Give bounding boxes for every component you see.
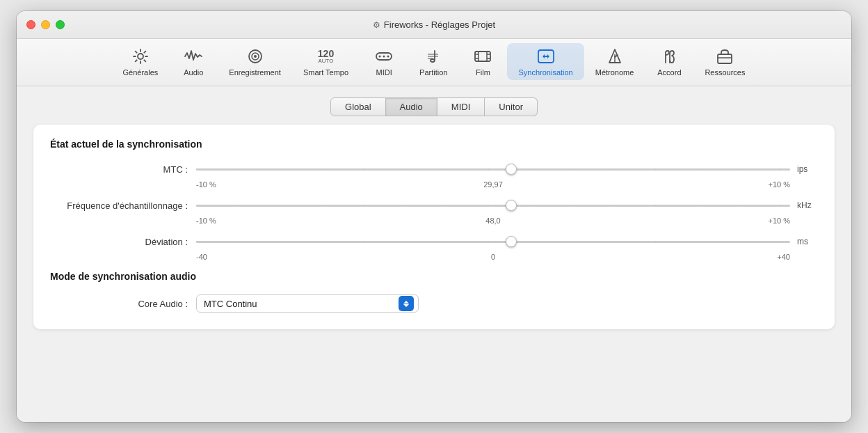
midi-icon [375,47,393,66]
content-area: Global Audio MIDI Unitor État actuel de … [17,86,851,422]
subtab-global[interactable]: Global [330,97,386,116]
svg-point-6 [383,56,385,58]
freq-val-right: +10 % [734,216,790,225]
freq-slider-thumb[interactable] [506,200,517,211]
deviation-label: Déviation : [50,237,196,247]
freq-unit: kHz [797,200,818,210]
accord-label: Accord [657,68,681,77]
metronome-label: Métronome [595,68,634,77]
smart-tempo-label: Smart Tempo [303,68,348,77]
deviation-val-left: -40 [196,253,252,261]
toolbar: Générales Audio Enregistrement [17,39,851,86]
svg-point-3 [254,55,257,58]
toolbar-item-accord[interactable]: Accord [645,43,693,80]
close-button[interactable] [26,20,35,29]
toolbar-item-metronome[interactable]: Métronome [584,43,645,80]
deviation-slider-row: Déviation : ms [50,235,818,249]
accord-icon [660,47,678,66]
deviation-slider-track[interactable] [196,241,790,243]
toolbar-item-ressources[interactable]: Ressources [693,43,756,80]
synchronisation-label: Synchronisation [518,68,572,77]
sync-icon [537,47,555,66]
main-panel: État actuel de la synchronisation MTC : … [33,125,835,329]
titlebar: ⚙ Fireworks - Réglages Projet [17,11,851,39]
smart-tempo-icon: 120 AUTO [318,47,334,66]
deviation-slider-container [196,235,790,249]
mtc-values: -10 % 29,97 +10 % [50,180,818,189]
title-text: Fireworks - Réglages Projet [384,19,495,30]
mtc-label: MTC : [50,164,196,175]
minimize-button[interactable] [41,20,50,29]
section2-title: Mode de synchronisation audio [50,271,818,282]
deviation-val-right: +40 [734,253,790,261]
dropdown-arrow-icon [399,296,414,311]
toolbar-item-enregistrement[interactable]: Enregistrement [218,43,292,80]
record-icon [246,47,264,66]
ressources-icon [716,47,734,66]
section1-title: État actuel de la synchronisation [50,139,818,150]
mtc-slider-container [196,162,790,176]
svg-point-0 [138,54,143,59]
maximize-button[interactable] [56,20,65,29]
generales-label: Générales [123,68,159,77]
core-audio-value: MTC Continu [204,299,257,309]
svg-point-7 [387,56,389,58]
toolbar-item-midi[interactable]: MIDI [360,43,408,80]
freq-val-center: 48,0 [252,216,734,225]
window-title: ⚙ Fireworks - Réglages Projet [373,19,495,30]
film-icon [474,47,492,66]
freq-values: -10 % 48,0 +10 % [50,216,818,225]
chevron-up-icon [403,301,409,304]
mtc-val-right: +10 % [734,180,790,189]
film-label: Film [476,68,490,77]
subtab-audio[interactable]: Audio [386,97,437,116]
core-audio-row: Core Audio : MTC Continu [50,294,818,313]
freq-slider-row: Fréquence d'échantillonnage : kHz [50,198,818,212]
toolbar-item-partition[interactable]: Partition [408,43,458,80]
toolbar-item-generales[interactable]: Générales [112,43,170,80]
metronome-icon [606,47,624,66]
traffic-lights [26,20,65,29]
freq-label: Fréquence d'échantillonnage : [50,200,196,211]
mtc-val-center: 29,97 [252,180,734,189]
mtc-slider-track[interactable] [196,168,790,171]
mtc-slider-row: MTC : ips [50,162,818,176]
deviation-values: -40 0 +40 [50,253,818,261]
audio-label: Audio [184,68,203,77]
title-icon: ⚙ [373,20,380,30]
partition-icon [424,47,442,66]
audio-icon [184,47,202,66]
mtc-unit: ips [797,164,818,174]
deviation-unit: ms [797,237,818,246]
toolbar-item-smart-tempo[interactable]: 120 AUTO Smart Tempo [292,43,360,80]
freq-val-left: -10 % [196,216,252,225]
mtc-val-left: -10 % [196,180,252,189]
mode-section: Mode de synchronisation audio Core Audio… [50,271,818,313]
core-audio-label: Core Audio : [50,299,196,309]
partition-label: Partition [419,68,447,77]
toolbar-item-synchronisation[interactable]: Synchronisation [507,43,584,80]
freq-slider-track[interactable] [196,205,790,207]
gear-icon [131,47,150,66]
main-window: ⚙ Fireworks - Réglages Projet Générales … [17,11,851,422]
ressources-label: Ressources [705,68,745,77]
subtabs-bar: Global Audio MIDI Unitor [17,86,851,125]
freq-slider-container [196,198,790,212]
toolbar-item-film[interactable]: Film [458,43,507,80]
svg-rect-23 [718,54,732,63]
chevron-down-icon [403,304,409,307]
deviation-slider-thumb[interactable] [506,236,517,247]
subtab-midi[interactable]: MIDI [437,97,485,116]
subtab-unitor[interactable]: Unitor [485,97,538,116]
midi-label: MIDI [376,68,392,77]
deviation-val-center: 0 [252,253,734,261]
enregistrement-label: Enregistrement [229,68,281,77]
svg-point-5 [379,56,381,58]
core-audio-dropdown[interactable]: MTC Continu [196,294,419,313]
toolbar-item-audio[interactable]: Audio [169,43,218,80]
svg-rect-11 [475,52,490,61]
mtc-slider-thumb[interactable] [506,164,517,175]
